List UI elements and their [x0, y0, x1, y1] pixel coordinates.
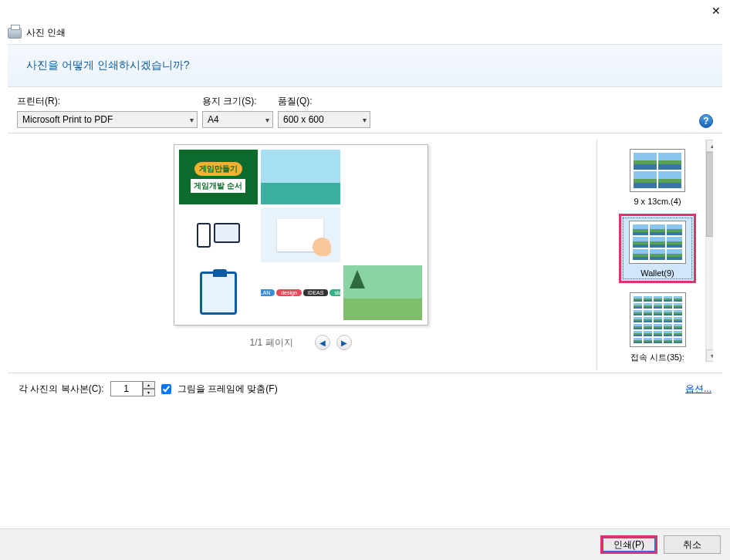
printer-label: 프린터(R):	[17, 95, 198, 108]
thumb-sub: 게임개발 순서	[191, 179, 245, 193]
quality-label: 품질(Q):	[278, 95, 370, 108]
next-page-button[interactable]: ▶	[336, 335, 352, 350]
banner-title: 사진을 어떻게 인쇄하시겠습니까?	[26, 59, 704, 73]
fit-frame-checkbox[interactable]	[161, 384, 171, 394]
paper-combo[interactable]: A4 ▾	[202, 111, 273, 128]
quality-value: 600 x 600	[283, 114, 324, 125]
copies-up-button[interactable]: ▴	[143, 381, 155, 389]
layout-option-9x13[interactable]: 9 x 13cm.(4)	[622, 144, 693, 209]
preview-thumb	[179, 265, 259, 320]
paper-value: A4	[208, 114, 219, 125]
chevron-down-icon: ▾	[265, 116, 269, 124]
layout-list: 9 x 13cm.(4) Wallet(9)	[597, 140, 713, 371]
scroll-up-icon[interactable]: ▴	[706, 140, 713, 152]
copies-label: 각 사진의 복사본(C):	[19, 383, 104, 396]
scrollbar[interactable]: ▴ ▾	[705, 140, 713, 362]
prev-page-button[interactable]: ◀	[315, 335, 330, 350]
printer-icon	[8, 28, 22, 39]
preview-thumb-empty	[343, 150, 423, 204]
layout-caption: Wallet(9)	[640, 268, 674, 278]
scroll-down-icon[interactable]: ▾	[706, 349, 713, 362]
layout-option-wallet[interactable]: Wallet(9)	[619, 214, 696, 283]
quality-combo[interactable]: 600 x 600 ▾	[278, 111, 370, 128]
cancel-button[interactable]: 취소	[664, 535, 721, 554]
window-title: 사진 인쇄	[26, 26, 66, 39]
preview-thumb-empty	[343, 207, 423, 262]
paper-label: 용지 크기(S):	[202, 95, 273, 108]
help-icon[interactable]: ?	[699, 114, 713, 128]
layout-option-contact-sheet[interactable]: 접속 시트(35):	[622, 288, 694, 366]
page-indicator: 1/1 페이지	[249, 336, 292, 349]
scroll-thumb[interactable]	[706, 152, 713, 237]
preview-thumb: PLAN design iDEAS start	[261, 265, 340, 320]
preview-thumb	[179, 207, 259, 262]
printer-combo[interactable]: Microsoft Print to PDF ▾	[17, 111, 198, 128]
options-link[interactable]: 옵션...	[685, 383, 711, 396]
chevron-down-icon: ▾	[363, 116, 367, 124]
print-button[interactable]: 인쇄(P)	[600, 535, 657, 554]
preview-thumb: 게임만들기 게임개발 순서	[179, 150, 259, 204]
layout-caption: 9 x 13cm.(4)	[634, 197, 681, 206]
thumb-badge: 게임만들기	[194, 162, 242, 176]
copies-down-button[interactable]: ▾	[143, 389, 155, 396]
layout-caption: 접속 시트(35):	[630, 352, 684, 363]
preview-thumb	[261, 150, 340, 204]
fit-frame-label: 그림을 프레임에 맞춤(F)	[177, 383, 278, 396]
close-icon[interactable]: ✕	[711, 5, 721, 17]
printer-value: Microsoft Print to PDF	[22, 114, 113, 125]
preview-page: 게임만들기 게임개발 순서 PLAN design iD	[174, 144, 428, 326]
banner: 사진을 어떻게 인쇄하시겠습니까?	[8, 44, 722, 87]
chevron-down-icon: ▾	[190, 116, 194, 124]
preview-pane: 게임만들기 게임개발 순서 PLAN design iD	[17, 140, 597, 371]
preview-thumb	[261, 207, 340, 262]
preview-thumb	[343, 265, 423, 320]
copies-input[interactable]	[110, 381, 143, 396]
